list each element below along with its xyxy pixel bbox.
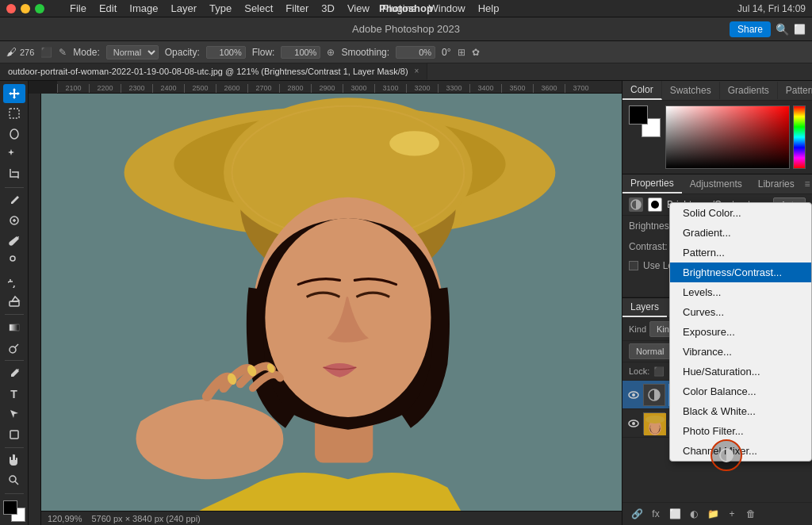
tool-magic-wand[interactable] bbox=[3, 145, 25, 164]
flow-input[interactable] bbox=[281, 46, 320, 59]
ctx-photo-filter[interactable]: Photo Filter... bbox=[670, 421, 811, 441]
tool-dodge[interactable] bbox=[3, 339, 25, 358]
new-adj-layer-icon[interactable]: ◐ bbox=[686, 506, 702, 522]
add-mask-icon[interactable]: ⬜ bbox=[667, 506, 683, 522]
mask-thumb bbox=[651, 201, 659, 209]
tool-zoom[interactable] bbox=[3, 471, 25, 490]
delete-layer-icon[interactable]: 🗑 bbox=[743, 506, 759, 522]
close-button[interactable] bbox=[6, 4, 16, 13]
tab-close-icon[interactable]: × bbox=[415, 67, 419, 75]
menu-type[interactable]: Type bbox=[203, 1, 238, 16]
tool-history-brush[interactable] bbox=[3, 272, 25, 291]
link-layers-icon[interactable]: 🔗 bbox=[629, 506, 645, 522]
ctx-hue-saturation[interactable]: Hue/Saturation... bbox=[670, 362, 811, 381]
new-group-icon[interactable]: 📁 bbox=[705, 506, 721, 522]
foreground-color-swatch[interactable] bbox=[629, 105, 648, 125]
tool-stamp[interactable] bbox=[3, 251, 25, 270]
ctx-vibrance[interactable]: Vibrance... bbox=[670, 342, 811, 362]
menu-edit[interactable]: Edit bbox=[93, 1, 123, 16]
toolbar-fg-color[interactable] bbox=[3, 500, 17, 515]
tool-brush[interactable] bbox=[3, 232, 25, 251]
tab-color[interactable]: Color bbox=[622, 81, 662, 100]
layer-visibility-eye-2[interactable] bbox=[627, 417, 640, 430]
menu-layer[interactable]: Layer bbox=[165, 1, 204, 16]
layer-visibility-eye-1[interactable] bbox=[627, 389, 640, 401]
tool-type[interactable]: T bbox=[3, 385, 25, 404]
tool-shape[interactable] bbox=[3, 425, 25, 444]
menu-plugins[interactable]: Plugins bbox=[376, 1, 423, 16]
layers-bottom-bar: 🔗 fx ⬜ ◐ 📁 + 🗑 bbox=[622, 502, 812, 525]
tab-layers[interactable]: Layers bbox=[622, 298, 667, 317]
brush-preset[interactable]: 🖌 276 bbox=[6, 46, 34, 58]
tool-move[interactable] bbox=[3, 84, 25, 103]
ctx-curves[interactable]: Curves... bbox=[670, 302, 811, 322]
share-button[interactable]: Share bbox=[730, 21, 771, 37]
svg-point-8 bbox=[10, 476, 16, 482]
hue-slider[interactable] bbox=[793, 105, 806, 169]
tool-eraser[interactable] bbox=[3, 293, 25, 312]
airbrush-icon[interactable]: ⊕ bbox=[327, 47, 335, 58]
ctx-black-white[interactable]: Black & White... bbox=[670, 401, 811, 421]
search-icon[interactable]: 🔍 bbox=[776, 23, 789, 36]
tool-divider-1 bbox=[5, 187, 24, 188]
canvas-area[interactable]: 120,99% 5760 px × 3840 px (240 ppi) bbox=[41, 94, 622, 525]
menu-image[interactable]: Image bbox=[123, 1, 164, 16]
minimize-button[interactable] bbox=[21, 4, 30, 13]
menu-3d[interactable]: 3D bbox=[315, 1, 341, 16]
adjustment-layer-thumb-1 bbox=[643, 384, 665, 406]
symmetry-icon[interactable]: ⊞ bbox=[458, 47, 465, 58]
tool-path-select[interactable] bbox=[3, 404, 25, 423]
tab-swatches[interactable]: Swatches bbox=[662, 82, 720, 99]
tab-gradients[interactable]: Gradients bbox=[720, 82, 778, 99]
tab-adjustments[interactable]: Adjustments bbox=[682, 175, 750, 193]
svg-point-28 bbox=[632, 422, 635, 425]
menu-select[interactable]: Select bbox=[238, 1, 279, 16]
tool-hand[interactable] bbox=[3, 451, 25, 470]
right-panel: Color Swatches Gradients Patterns ≡ bbox=[622, 81, 812, 525]
menu-view[interactable]: View bbox=[341, 1, 376, 16]
ruler-mark: 2200 bbox=[89, 84, 121, 93]
color-gradient-picker[interactable] bbox=[665, 105, 790, 169]
half-circle-btn-icon bbox=[718, 447, 734, 463]
menu-help[interactable]: Help bbox=[472, 1, 506, 16]
props-panel-collapse[interactable]: ≡ bbox=[802, 178, 812, 190]
use-legacy-checkbox[interactable] bbox=[629, 261, 638, 270]
lock-transparency-icon[interactable]: ⬛ bbox=[653, 365, 665, 377]
tool-divider-3 bbox=[5, 360, 24, 361]
brush-icon: 🖌 bbox=[6, 46, 17, 58]
portrait-image bbox=[41, 94, 622, 525]
tool-crop[interactable] bbox=[3, 165, 25, 184]
ctx-color-balance[interactable]: Color Balance... bbox=[670, 381, 811, 401]
menu-window[interactable]: Window bbox=[422, 1, 471, 16]
layer-styles-icon[interactable]: fx bbox=[648, 506, 664, 522]
butterfly-icon[interactable]: ✿ bbox=[472, 47, 480, 58]
mode-select[interactable]: Normal bbox=[106, 45, 159, 59]
tool-eyedropper[interactable] bbox=[3, 191, 25, 210]
menu-file[interactable]: File bbox=[63, 1, 93, 16]
tab-libraries[interactable]: Libraries bbox=[750, 175, 802, 193]
tool-spot-heal[interactable] bbox=[3, 211, 25, 230]
ruler-mark-v: 1000 bbox=[29, 117, 29, 133]
ruler-mark: 2600 bbox=[216, 84, 247, 93]
tab-patterns[interactable]: Patterns bbox=[778, 82, 812, 99]
new-layer-icon[interactable]: + bbox=[724, 506, 740, 522]
menu-filter[interactable]: Filter bbox=[279, 1, 315, 16]
tool-pen[interactable] bbox=[3, 364, 25, 383]
tool-marquee[interactable] bbox=[3, 105, 25, 124]
ruler-mark: 2700 bbox=[247, 84, 279, 93]
datetime-display: Jul 14, Fri 14:09 bbox=[737, 3, 806, 14]
ruler-mark: 2500 bbox=[184, 84, 216, 93]
smoothing-input[interactable] bbox=[396, 46, 435, 59]
main-layout: T 2100 2200 2300 2400 bbox=[0, 81, 812, 525]
lock-label: Lock: bbox=[629, 366, 649, 376]
tool-gradient[interactable] bbox=[3, 318, 25, 337]
tab-properties[interactable]: Properties bbox=[622, 174, 682, 194]
maximize-button[interactable] bbox=[35, 4, 44, 13]
window-controls-icon[interactable]: ⬜ bbox=[794, 24, 806, 35]
tool-lasso[interactable] bbox=[3, 125, 25, 144]
ctx-exposure[interactable]: Exposure... bbox=[670, 322, 811, 342]
color-panel-tabs: Color Swatches Gradients Patterns ≡ bbox=[622, 81, 812, 101]
document-tab[interactable]: outdoor-portrait-of-woman-2022-01-19-00-… bbox=[0, 63, 427, 80]
opacity-input[interactable] bbox=[206, 46, 246, 59]
layers-panel: Layers Channels Paths ≡ Kind Kind ⬛ ◐ T … bbox=[622, 298, 812, 525]
